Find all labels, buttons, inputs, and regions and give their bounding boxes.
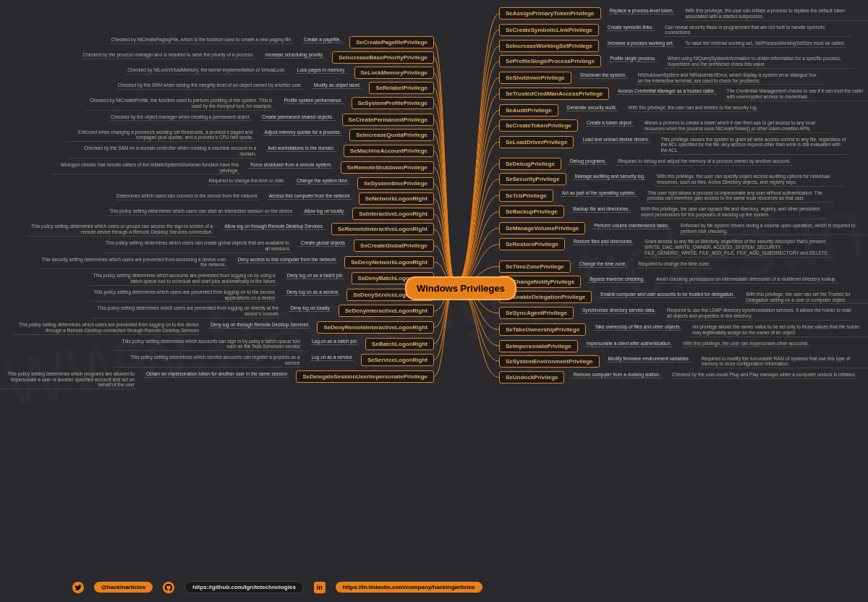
privilege-long-desc: Checked by the object manager when creat… — [109, 114, 252, 122]
privilege-details: Restore files and directories.Grant acce… — [572, 238, 831, 257]
privilege-name: SeMachineAccountPrivilege — [344, 145, 434, 157]
twitter-icon — [72, 582, 84, 593]
privilege-details: Log on as a serviceThis policy setting d… — [114, 354, 354, 368]
privilege-row: Deny log on as a batch jobThis policy se… — [0, 272, 434, 286]
privilege-name: SeManageVolumePrivilege — [499, 222, 585, 234]
privilege-row: Deny log on as a serviceThis policy sett… — [0, 289, 434, 302]
privilege-long-desc: Checked by the SAM on a domain controlle… — [69, 145, 258, 158]
privilege-details: Generate security audit.With this privil… — [566, 104, 760, 112]
privilege-short-desc: Profile system performance. — [283, 97, 344, 104]
privilege-long-desc: Avoid checking permissions on intermedia… — [655, 276, 838, 284]
privilege-details: Access Credential Manager as a trusted c… — [616, 88, 868, 101]
privilege-details: Allow log on through Remote Desktop Serv… — [26, 223, 324, 237]
privilege-row: SeSystemEnvironmentPrivilegeModify firmw… — [499, 355, 868, 369]
privilege-short-desc: Load and unload device drivers. — [581, 136, 650, 143]
privilege-short-desc: Bypass traverse checking. — [588, 276, 646, 283]
privilege-details: Deny log on as a batch jobThis policy se… — [89, 272, 344, 286]
privilege-short-desc: Replace a process-level token. — [608, 7, 676, 14]
privilege-details: Change the time zone.Required to change … — [578, 260, 712, 268]
privilege-details: Debug programs.Required to debug and adj… — [569, 158, 792, 166]
privilege-short-desc: Shutdown the system. — [579, 72, 628, 79]
privilege-long-desc: With this privilege, the user can impers… — [681, 340, 810, 348]
privilege-row: SeIncreaseWorkingSetPrivilegeIncrease a … — [499, 40, 868, 52]
privilege-details: Lock pages in memory.Checked by NtLockVi… — [126, 67, 346, 75]
privilege-name: SeIncreaseWorkingSetPrivilege — [499, 40, 599, 52]
privilege-long-desc: Checked by the SRM when raising the inte… — [116, 82, 304, 90]
privilege-short-desc: Lock pages in memory. — [296, 67, 347, 74]
privilege-long-desc: With this privilege, the user can add en… — [627, 104, 760, 112]
privilege-short-desc: Create symbolic links. — [606, 24, 655, 31]
privilege-long-desc: Required to modify the nonvolatile RAM o… — [700, 355, 868, 369]
privilege-long-desc: This policy setting determines which use… — [88, 289, 276, 302]
privilege-details: Create permanent shared objects.Checked … — [109, 114, 335, 122]
privilege-long-desc: With this privilege, the user can set th… — [744, 291, 868, 305]
privilege-short-desc: Create global objects — [299, 239, 346, 247]
privilege-details: Synchronize directory service data.Requi… — [581, 307, 854, 321]
privilege-long-desc: With this privilege, the user can bypass… — [639, 205, 827, 219]
privilege-short-desc: Deny access to this computer from the ne… — [237, 256, 337, 263]
privilege-name: SeCreateTokenPrivilege — [499, 119, 578, 132]
privilege-name: SeLockMemoryPrivilege — [354, 67, 434, 79]
privilege-long-desc: Required to change the time or date. — [208, 177, 287, 185]
privilege-long-desc: NtShutdownSystem and NtRaiseHardError, w… — [637, 72, 825, 85]
privilege-details: Adjust memory quotas for a process.Enfor… — [66, 129, 342, 143]
twitter-handle[interactable]: @hackinarticles — [94, 582, 153, 593]
privilege-row: SeImpersonatePrivilegeImpersonate a clie… — [499, 340, 868, 352]
privilege-long-desc: To raise the minimal working set, SetPro… — [684, 40, 846, 48]
privilege-row: Log on as a serviceThis policy setting d… — [0, 354, 434, 368]
privilege-details: Increase scheduling priority.Checked by … — [82, 51, 326, 59]
privilege-short-desc: Debug programs. — [569, 158, 608, 165]
privilege-row: Obtain an impersonation token for anothe… — [0, 370, 434, 389]
privilege-row: SeShutdownPrivilegeShutdown the system.N… — [499, 72, 868, 85]
privilege-name: SeDenyInteractiveLogonRight — [339, 305, 434, 317]
privilege-row: SeUndockPrivilegeRemove computer from a … — [499, 371, 868, 383]
privilege-name: SeShutdownPrivilege — [499, 72, 571, 84]
privilege-short-desc: Access Credential Manager as a trusted c… — [616, 88, 716, 95]
privilege-short-desc: Synchronize directory service data. — [581, 307, 657, 314]
privilege-details: Add workstations to the domain.Checked b… — [69, 145, 336, 158]
privilege-name: SeRemoteShutdownPrivilege — [341, 161, 434, 174]
privilege-long-desc: This privilege causes the system to gran… — [660, 136, 848, 155]
privilege-row: SeTimeZonePrivilegeChange the time zone.… — [499, 260, 868, 273]
privilege-details: Backup file and directories.With this pr… — [571, 205, 827, 219]
left-column: Create a pagefile.Checked by NtCreatePag… — [0, 36, 434, 392]
privilege-details: Modify firmware environment variables.Re… — [607, 355, 869, 369]
privilege-short-desc: Adjust memory quotas for a process. — [263, 129, 342, 136]
privilege-short-desc: Increase scheduling priority. — [264, 51, 325, 59]
privilege-row: Create a pagefile.Checked by NtCreatePag… — [0, 36, 434, 48]
privilege-details: Deny log on through Remote Desktop Servi… — [12, 321, 310, 335]
privilege-details: Create symbolic links.Can reveal securit… — [606, 24, 851, 38]
privilege-long-desc: Checked by NtCreatePagingFile, which is … — [110, 36, 294, 44]
privilege-name: SeCreatePermanentPrivilege — [342, 114, 434, 126]
privilege-row: SeCreateSymbolicLinkPrivilegeCreate symb… — [499, 24, 868, 38]
privilege-name: SeRemoteInteractiveLogonRight — [331, 223, 434, 235]
privilege-long-desc: Checked by NtLockVirtualMemory, the kern… — [126, 67, 287, 75]
privilege-long-desc: This policy setting determines which use… — [108, 208, 294, 216]
privilege-short-desc: Deny log on through Remote Desktop Servi… — [209, 321, 310, 328]
privilege-details: Replace a process-level token.With this … — [608, 7, 868, 21]
privilege-details: Create a token object.Allows a process t… — [585, 119, 831, 133]
privilege-row: Force shutdown from a remote system.Winl… — [0, 161, 434, 175]
privilege-row: Log on as a batch jobThis policy setting… — [0, 338, 434, 352]
privilege-row: Modify an object label.Checked by the SR… — [0, 82, 434, 94]
github-link[interactable]: https://github.com/Ignitetechnologies — [184, 581, 304, 593]
privilege-row: SeTrustedCredManAccessPrivilegeAccess Cr… — [499, 88, 868, 101]
privilege-details: Deny log on as a serviceThis policy sett… — [88, 289, 339, 302]
right-column: SeAssignPrimaryTokenPrivilegeReplace a p… — [499, 7, 868, 386]
privilege-long-desc: This policy setting determines which acc… — [89, 272, 277, 286]
privilege-row: Deny access to this computer from the ne… — [0, 256, 434, 270]
privilege-long-desc: Required to debug and adjust the memory … — [616, 158, 791, 166]
linkedin-link[interactable]: https://in.linkedin.com/company/hackinga… — [336, 582, 482, 593]
privilege-details: Access this computer from the networkDet… — [115, 192, 352, 200]
privilege-short-desc: Enable computer and user accounts to be … — [599, 291, 736, 298]
privilege-name: SeIncreaseQuotaPrivilege — [349, 129, 434, 141]
center-node: Windows Privileges — [405, 276, 516, 300]
privilege-name: SeAuditPrivilege — [499, 104, 558, 116]
privilege-short-desc: Allow log on through Remote Desktop Serv… — [223, 223, 324, 230]
linkedin-icon: in — [314, 582, 326, 593]
privilege-row: SeAssignPrimaryTokenPrivilegeReplace a p… — [499, 7, 868, 21]
privilege-details: Perform volume maintenance tasks.Enforce… — [592, 222, 867, 236]
privilege-name: SeRelabelPrivilege — [369, 82, 434, 94]
privilege-details: Change the system time.Required to chang… — [208, 177, 350, 185]
privilege-short-desc: Manage auditing and security log. — [574, 173, 647, 180]
